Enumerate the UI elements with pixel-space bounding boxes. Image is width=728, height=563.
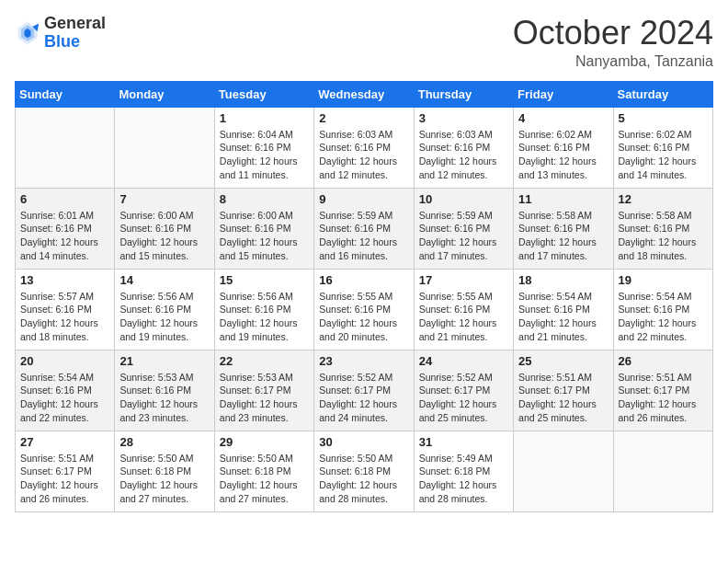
day-number: 19 <box>619 273 708 287</box>
day-info: Sunrise: 6:03 AMSunset: 6:16 PMDaylight:… <box>319 128 408 182</box>
day-info: Sunrise: 5:57 AMSunset: 6:16 PMDaylight:… <box>20 290 109 344</box>
day-number: 24 <box>419 354 508 368</box>
day-number: 6 <box>20 192 109 206</box>
day-number: 10 <box>419 192 508 206</box>
day-number: 30 <box>319 435 408 449</box>
day-info: Sunrise: 5:59 AMSunset: 6:16 PMDaylight:… <box>319 209 408 263</box>
calendar-cell: 31Sunrise: 5:49 AMSunset: 6:18 PMDayligh… <box>414 431 513 511</box>
day-info: Sunrise: 5:51 AMSunset: 6:17 PMDaylight:… <box>619 371 708 425</box>
title-block: October 2024 Nanyamba, Tanzania <box>513 15 713 70</box>
page-header: General Blue October 2024 Nanyamba, Tanz… <box>15 15 713 70</box>
calendar-cell: 22Sunrise: 5:53 AMSunset: 6:17 PMDayligh… <box>214 350 313 431</box>
day-info: Sunrise: 6:02 AMSunset: 6:16 PMDaylight:… <box>619 128 708 182</box>
calendar-cell: 9Sunrise: 5:59 AMSunset: 6:16 PMDaylight… <box>314 188 414 269</box>
calendar-cell: 11Sunrise: 5:58 AMSunset: 6:16 PMDayligh… <box>514 188 613 269</box>
day-number: 9 <box>319 192 408 206</box>
header-row: Sunday Monday Tuesday Wednesday Thursday… <box>16 81 713 107</box>
calendar-table: Sunday Monday Tuesday Wednesday Thursday… <box>15 81 713 512</box>
calendar-cell: 18Sunrise: 5:54 AMSunset: 6:16 PMDayligh… <box>514 269 613 350</box>
day-number: 11 <box>518 192 608 206</box>
calendar-cell: 17Sunrise: 5:55 AMSunset: 6:16 PMDayligh… <box>414 269 513 350</box>
day-number: 4 <box>518 111 608 125</box>
day-number: 15 <box>220 273 309 287</box>
day-number: 12 <box>619 192 708 206</box>
day-number: 3 <box>419 111 508 125</box>
calendar-cell: 13Sunrise: 5:57 AMSunset: 6:16 PMDayligh… <box>16 269 115 350</box>
calendar-cell <box>115 107 214 188</box>
calendar-cell: 8Sunrise: 6:00 AMSunset: 6:16 PMDaylight… <box>214 188 313 269</box>
day-info: Sunrise: 5:52 AMSunset: 6:17 PMDaylight:… <box>419 371 508 425</box>
calendar-cell: 3Sunrise: 6:03 AMSunset: 6:16 PMDaylight… <box>414 107 513 188</box>
day-info: Sunrise: 5:50 AMSunset: 6:18 PMDaylight:… <box>319 452 408 506</box>
calendar-cell: 7Sunrise: 6:00 AMSunset: 6:16 PMDaylight… <box>115 188 214 269</box>
day-info: Sunrise: 6:02 AMSunset: 6:16 PMDaylight:… <box>518 128 608 182</box>
logo-text: General Blue <box>44 15 106 52</box>
day-number: 31 <box>419 435 508 449</box>
logo-icon <box>15 20 40 46</box>
calendar-cell: 16Sunrise: 5:55 AMSunset: 6:16 PMDayligh… <box>314 269 414 350</box>
day-info: Sunrise: 5:54 AMSunset: 6:16 PMDaylight:… <box>20 371 109 425</box>
day-number: 13 <box>20 273 109 287</box>
calendar-cell: 2Sunrise: 6:03 AMSunset: 6:16 PMDaylight… <box>314 107 414 188</box>
calendar-cell: 26Sunrise: 5:51 AMSunset: 6:17 PMDayligh… <box>613 350 712 431</box>
day-info: Sunrise: 5:56 AMSunset: 6:16 PMDaylight:… <box>220 290 309 344</box>
calendar-cell: 4Sunrise: 6:02 AMSunset: 6:16 PMDaylight… <box>514 107 613 188</box>
calendar-cell: 25Sunrise: 5:51 AMSunset: 6:17 PMDayligh… <box>514 350 613 431</box>
day-number: 20 <box>20 354 109 368</box>
day-info: Sunrise: 5:58 AMSunset: 6:16 PMDaylight:… <box>619 209 708 263</box>
calendar-cell: 27Sunrise: 5:51 AMSunset: 6:17 PMDayligh… <box>16 431 115 511</box>
day-info: Sunrise: 5:54 AMSunset: 6:16 PMDaylight:… <box>619 290 708 344</box>
day-number: 25 <box>518 354 608 368</box>
day-number: 1 <box>220 111 309 125</box>
calendar-cell: 20Sunrise: 5:54 AMSunset: 6:16 PMDayligh… <box>16 350 115 431</box>
col-monday: Monday <box>115 81 214 107</box>
calendar-cell: 10Sunrise: 5:59 AMSunset: 6:16 PMDayligh… <box>414 188 513 269</box>
day-info: Sunrise: 6:03 AMSunset: 6:16 PMDaylight:… <box>419 128 508 182</box>
day-number: 14 <box>119 273 209 287</box>
day-info: Sunrise: 5:53 AMSunset: 6:16 PMDaylight:… <box>119 371 209 425</box>
day-number: 18 <box>518 273 608 287</box>
day-number: 29 <box>220 435 309 449</box>
calendar-cell: 24Sunrise: 5:52 AMSunset: 6:17 PMDayligh… <box>414 350 513 431</box>
day-number: 8 <box>220 192 309 206</box>
calendar-cell: 30Sunrise: 5:50 AMSunset: 6:18 PMDayligh… <box>314 431 414 511</box>
day-number: 22 <box>220 354 309 368</box>
day-info: Sunrise: 5:51 AMSunset: 6:17 PMDaylight:… <box>20 452 109 506</box>
day-number: 23 <box>319 354 408 368</box>
day-number: 16 <box>319 273 408 287</box>
location-subtitle: Nanyamba, Tanzania <box>513 53 713 70</box>
day-info: Sunrise: 5:53 AMSunset: 6:17 PMDaylight:… <box>220 371 309 425</box>
calendar-cell: 23Sunrise: 5:52 AMSunset: 6:17 PMDayligh… <box>314 350 414 431</box>
day-info: Sunrise: 5:56 AMSunset: 6:16 PMDaylight:… <box>119 290 209 344</box>
day-number: 27 <box>20 435 109 449</box>
calendar-cell: 15Sunrise: 5:56 AMSunset: 6:16 PMDayligh… <box>214 269 313 350</box>
calendar-cell: 28Sunrise: 5:50 AMSunset: 6:18 PMDayligh… <box>115 431 214 511</box>
col-sunday: Sunday <box>16 81 115 107</box>
logo: General Blue <box>15 15 106 52</box>
day-number: 5 <box>619 111 708 125</box>
logo-blue-text: Blue <box>44 32 80 51</box>
day-number: 26 <box>619 354 708 368</box>
calendar-week-3: 13Sunrise: 5:57 AMSunset: 6:16 PMDayligh… <box>16 269 713 350</box>
col-friday: Friday <box>514 81 613 107</box>
calendar-week-2: 6Sunrise: 6:01 AMSunset: 6:16 PMDaylight… <box>16 188 713 269</box>
calendar-week-4: 20Sunrise: 5:54 AMSunset: 6:16 PMDayligh… <box>16 350 713 431</box>
day-info: Sunrise: 5:50 AMSunset: 6:18 PMDaylight:… <box>119 452 209 506</box>
day-info: Sunrise: 5:55 AMSunset: 6:16 PMDaylight:… <box>319 290 408 344</box>
day-number: 7 <box>119 192 209 206</box>
day-info: Sunrise: 6:04 AMSunset: 6:16 PMDaylight:… <box>220 128 309 182</box>
day-info: Sunrise: 5:49 AMSunset: 6:18 PMDaylight:… <box>419 452 508 506</box>
day-info: Sunrise: 6:00 AMSunset: 6:16 PMDaylight:… <box>220 209 309 263</box>
calendar-cell: 19Sunrise: 5:54 AMSunset: 6:16 PMDayligh… <box>613 269 712 350</box>
month-title: October 2024 <box>513 15 713 52</box>
day-number: 28 <box>119 435 209 449</box>
calendar-cell: 21Sunrise: 5:53 AMSunset: 6:16 PMDayligh… <box>115 350 214 431</box>
calendar-cell <box>514 431 613 511</box>
day-info: Sunrise: 5:50 AMSunset: 6:18 PMDaylight:… <box>220 452 309 506</box>
calendar-cell <box>613 431 712 511</box>
col-wednesday: Wednesday <box>314 81 414 107</box>
calendar-cell: 14Sunrise: 5:56 AMSunset: 6:16 PMDayligh… <box>115 269 214 350</box>
day-number: 21 <box>119 354 209 368</box>
calendar-cell: 29Sunrise: 5:50 AMSunset: 6:18 PMDayligh… <box>214 431 313 511</box>
col-tuesday: Tuesday <box>214 81 313 107</box>
